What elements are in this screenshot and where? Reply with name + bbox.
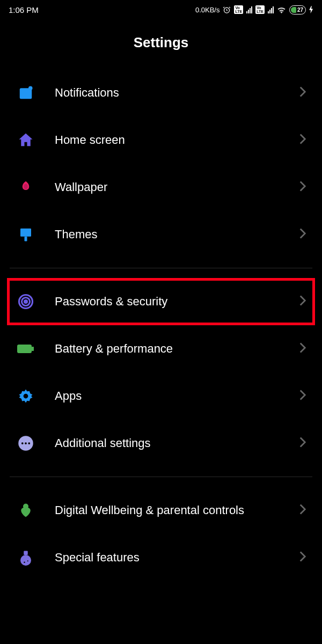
item-label: Additional settings (55, 436, 299, 451)
item-label: Special features (55, 550, 299, 565)
chevron-right-icon (299, 390, 306, 402)
svg-point-2 (28, 86, 33, 91)
alarm-icon (223, 6, 231, 14)
svg-rect-4 (20, 229, 31, 237)
item-label: Home screen (55, 133, 299, 148)
svg-point-20 (27, 560, 28, 561)
svg-rect-10 (32, 347, 34, 351)
settings-item-wallpaper[interactable]: Wallpaper (10, 164, 312, 211)
svg-point-14 (25, 442, 27, 444)
item-label: Apps (55, 389, 299, 404)
chevron-right-icon (299, 437, 306, 450)
chevron-right-icon (299, 134, 306, 147)
status-bar: 1:06 PM 0.0KB/s VoLTE VoLTE 27 (0, 0, 322, 19)
heart-icon (16, 501, 35, 520)
section-divider (10, 477, 312, 477)
settings-list: Notifications Home screen Wallpaper Them… (0, 69, 322, 581)
battery-icon (16, 339, 35, 358)
flask-icon (16, 548, 35, 567)
fingerprint-icon (16, 292, 35, 311)
gear-icon (16, 386, 35, 406)
chevron-right-icon (299, 86, 306, 99)
section-divider (10, 268, 312, 268)
signal-icon-1 (246, 6, 252, 13)
notifications-icon (16, 83, 35, 103)
chevron-right-icon (299, 551, 306, 564)
item-label: Notifications (55, 85, 299, 100)
page-title: Settings (0, 19, 322, 69)
chevron-right-icon (299, 342, 306, 355)
svg-point-18 (20, 555, 31, 566)
status-time: 1:06 PM (9, 5, 39, 14)
wifi-icon (277, 6, 286, 13)
flower-icon (16, 178, 35, 197)
svg-point-13 (21, 442, 24, 444)
chevron-right-icon (299, 228, 306, 241)
svg-point-11 (24, 394, 28, 399)
chevron-right-icon (299, 181, 306, 194)
item-label: Themes (55, 227, 299, 242)
svg-point-8 (25, 301, 27, 303)
item-label: Battery & performance (55, 341, 299, 356)
svg-point-3 (24, 184, 28, 189)
volte-icon-2: VoLTE (255, 5, 265, 14)
more-icon (16, 434, 35, 453)
item-label: Wallpaper (55, 180, 299, 195)
brush-icon (16, 225, 35, 244)
volte-icon-1: VoLTE (234, 5, 243, 14)
settings-item-digital-wellbeing[interactable]: Digital Wellbeing & parental controls (10, 487, 312, 534)
settings-item-additional[interactable]: Additional settings (10, 420, 312, 467)
status-indicators: 0.0KB/s VoLTE VoLTE 27 (195, 5, 313, 14)
settings-item-battery[interactable]: Battery & performance (10, 325, 312, 372)
chevron-right-icon (299, 295, 306, 308)
svg-point-19 (24, 562, 25, 564)
svg-rect-9 (17, 345, 32, 353)
settings-item-themes[interactable]: Themes (10, 211, 312, 258)
item-label: Digital Wellbeing & parental controls (55, 503, 299, 518)
svg-point-15 (28, 442, 30, 444)
settings-item-apps[interactable]: Apps (10, 372, 312, 420)
settings-item-special-features[interactable]: Special features (10, 534, 312, 581)
data-rate: 0.0KB/s (195, 6, 220, 14)
signal-icon-2 (268, 6, 274, 13)
settings-item-notifications[interactable]: Notifications (10, 69, 312, 116)
settings-item-passwords-security[interactable]: Passwords & security (7, 278, 315, 325)
item-label: Passwords & security (55, 294, 299, 309)
charging-icon (309, 6, 313, 13)
battery-icon: 27 (289, 5, 306, 14)
svg-rect-5 (25, 237, 27, 241)
settings-item-home-screen[interactable]: Home screen (10, 116, 312, 164)
svg-rect-17 (24, 551, 28, 555)
chevron-right-icon (299, 504, 306, 517)
home-icon (16, 130, 35, 150)
